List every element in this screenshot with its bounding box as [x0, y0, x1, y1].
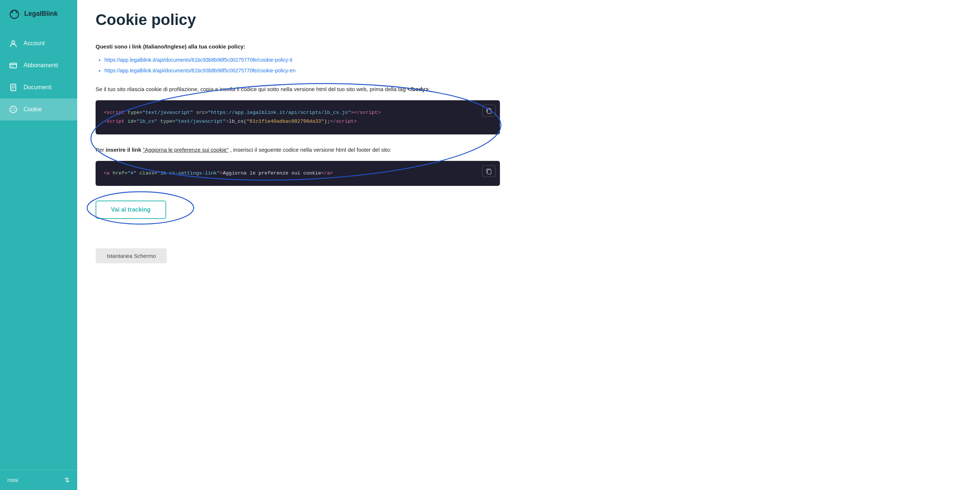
copy-button-2[interactable] [482, 165, 495, 177]
sidebar-nav: Account Abbonamenti Documenti [0, 29, 77, 470]
main-content: Cookie policy Questi sono i link (Italia… [77, 0, 980, 490]
svg-point-6 [10, 106, 16, 113]
sidebar-item-cookie[interactable]: Cookie [0, 98, 77, 121]
sidebar-item-abbonamenti[interactable]: Abbonamenti [0, 54, 77, 76]
chevron-icon: ⇅ [64, 476, 70, 484]
svg-point-8 [14, 108, 14, 109]
svg-rect-13 [487, 170, 491, 174]
documenti-icon [9, 83, 18, 92]
account-icon [9, 39, 18, 48]
logo-text: LegalBlink [24, 10, 58, 17]
username: rossi [7, 477, 18, 483]
vai-al-tracking-button[interactable]: Vai al tracking [95, 201, 166, 219]
svg-point-3 [12, 41, 15, 44]
profilazione-text: Se il tuo sito rilascia cookie di profil… [95, 85, 500, 94]
page-title: Cookie policy [95, 11, 962, 29]
code-line-1: <script type="text/javascript" src="http… [103, 108, 478, 117]
code-line-2: <script id="lb_cs" type="text/javascript… [103, 117, 478, 126]
vai-btn-wrapper: Vai al tracking [95, 197, 166, 230]
list-item: https://app.legalblink.it/api/documents/… [104, 56, 500, 64]
annotation-wrapper: Se il tuo sito rilascia cookie di profil… [95, 85, 500, 135]
svg-rect-12 [487, 109, 491, 114]
bottom-area: Istantanea Schermo [95, 248, 500, 263]
code-block-1-wrapper: <script type="text/javascript" src="http… [95, 100, 500, 135]
sidebar: LegalBlink Account Abbonamenti [0, 0, 77, 490]
svg-point-2 [14, 14, 15, 15]
code-line-3: <a href="#" class="lb-cs-settings-link">… [103, 169, 478, 178]
cookie-policy-it-link[interactable]: https://app.legalblink.it/api/documents/… [104, 57, 292, 63]
content-section: Questi sono i link (Italiano/Inglese) al… [95, 43, 500, 263]
logo-icon [7, 6, 21, 21]
istantanea-button[interactable]: Istantanea Schermo [95, 248, 167, 263]
code-block-1: <script type="text/javascript" src="http… [95, 100, 500, 135]
svg-point-9 [13, 110, 13, 111]
cookie-policy-en-link[interactable]: https://app.legalblink.it/api/documents/… [104, 68, 296, 73]
abbonamenti-icon [9, 61, 18, 70]
links-list: https://app.legalblink.it/api/documents/… [95, 56, 500, 75]
sidebar-item-abbonamenti-label: Abbonamenti [24, 62, 58, 69]
list-item: https://app.legalblink.it/api/documents/… [104, 67, 500, 75]
sidebar-item-documenti-label: Documenti [24, 84, 51, 91]
links-label: Questi sono i link (Italiano/Inglese) al… [95, 43, 500, 49]
code-block-2-wrapper: <a href="#" class="lb-cs-settings-link">… [95, 161, 500, 186]
logo: LegalBlink [0, 0, 77, 29]
sidebar-item-documenti[interactable]: Documenti [0, 76, 77, 98]
cookie-icon [9, 105, 18, 114]
sidebar-footer[interactable]: rossi ⇅ [0, 470, 77, 490]
code-block-2: <a href="#" class="lb-cs-settings-link">… [95, 161, 500, 186]
insert-text: Per inserire il link "Aggiorna le prefer… [95, 146, 500, 154]
sidebar-item-cookie-label: Cookie [24, 106, 42, 113]
svg-rect-4 [10, 63, 16, 68]
sidebar-item-account-label: Account [24, 40, 45, 47]
svg-point-7 [12, 108, 13, 109]
copy-button-1[interactable] [482, 105, 495, 116]
svg-point-10 [14, 110, 15, 111]
sidebar-item-account[interactable]: Account [0, 32, 77, 54]
